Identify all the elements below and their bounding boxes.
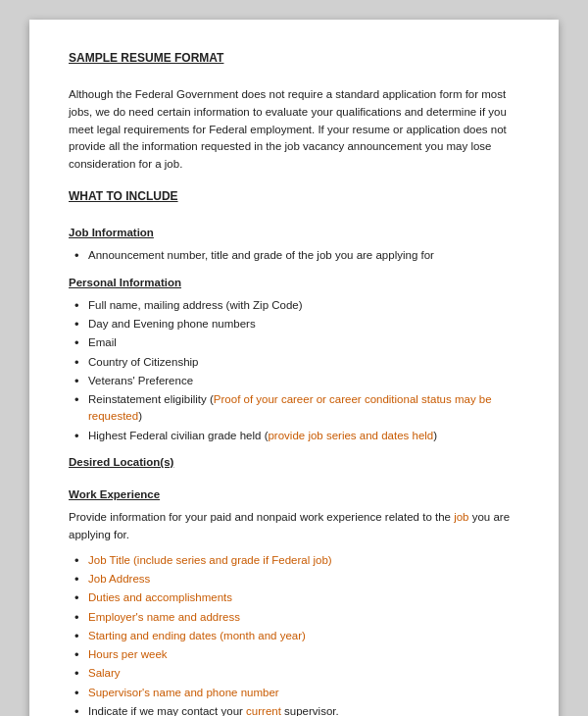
list-item: Job Title (include series and grade if F…	[69, 552, 519, 569]
list-item: Day and Evening phone numbers	[69, 316, 519, 332]
list-item: Salary	[69, 665, 519, 682]
list-item: Country of Citizenship	[69, 354, 519, 371]
job-information-list: Announcement number, title and grade of …	[69, 247, 519, 264]
list-item: Veterans' Preference	[69, 373, 519, 389]
intro-paragraph: Although the Federal Government does not…	[69, 86, 519, 174]
job-information-section: Job Information Announcement number, tit…	[69, 225, 519, 265]
job-information-heading: Job Information	[69, 225, 154, 241]
resume-page: SAMPLE RESUME FORMAT Although the Federa…	[29, 20, 559, 716]
list-item: Full name, mailing address (with Zip Cod…	[69, 297, 519, 314]
list-item: Announcement number, title and grade of …	[69, 247, 519, 264]
list-item: Employer's name and address	[69, 609, 519, 626]
personal-information-list: Full name, mailing address (with Zip Cod…	[69, 297, 519, 444]
list-item: Starting and ending dates (month and yea…	[69, 628, 519, 644]
list-item: Reinstatement eligibility (Proof of your…	[69, 391, 519, 426]
desired-location-section: Desired Location(s)	[69, 454, 519, 477]
what-to-include-heading: WHAT TO INCLUDE	[69, 187, 178, 205]
list-item: Highest Federal civilian grade held (pro…	[69, 428, 519, 444]
list-item: Email	[69, 334, 519, 351]
what-to-include-section: WHAT TO INCLUDE	[69, 187, 519, 215]
main-title: SAMPLE RESUME FORMAT	[69, 49, 223, 67]
list-item: Duties and accomplishments	[69, 589, 519, 606]
list-item: Indicate if we may contact your current …	[69, 703, 519, 716]
work-experience-section: Work Experience Provide information for …	[69, 486, 519, 716]
list-item: Hours per week	[69, 646, 519, 663]
desired-location-heading: Desired Location(s)	[69, 454, 173, 471]
list-item: Job Address	[69, 571, 519, 588]
work-experience-heading: Work Experience	[69, 486, 160, 503]
work-experience-list: Job Title (include series and grade if F…	[69, 552, 519, 716]
main-title-section: SAMPLE RESUME FORMAT	[69, 49, 519, 77]
intro-section: Although the Federal Government does not…	[69, 86, 519, 174]
list-item: Supervisor's name and phone number	[69, 685, 519, 701]
work-experience-intro: Provide information for your paid and no…	[69, 509, 519, 544]
personal-information-section: Personal Information Full name, mailing …	[69, 275, 519, 444]
personal-information-heading: Personal Information	[69, 275, 181, 291]
